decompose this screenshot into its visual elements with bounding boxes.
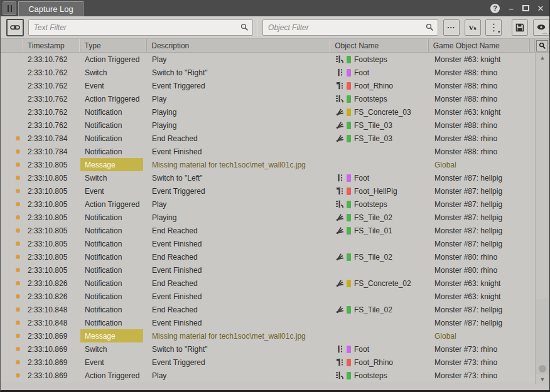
timestamp-cell: 2:33:10.805	[23, 237, 80, 250]
column-header-description[interactable]: Description	[147, 39, 330, 52]
row-marker-cell	[1, 342, 23, 356]
object-name-cell: FS_Tile_01	[332, 224, 430, 237]
type-cell: Notification	[80, 237, 148, 250]
log-row[interactable]: 2:33:10.805NotificationEnd ReachedFS_Til…	[1, 250, 536, 263]
switch-container-icon	[336, 95, 344, 103]
minimize-icon[interactable]: –	[506, 4, 516, 13]
log-row[interactable]: 2:33:10.805Action TriggeredPlayFootsteps…	[1, 198, 536, 211]
vertical-scrollbar[interactable]: ▲ ▼	[535, 53, 549, 384]
object-name-cell: Footsteps	[332, 92, 430, 105]
log-row[interactable]: 2:33:10.805EventEvent TriggeredFoot_Hell…	[1, 184, 536, 198]
timestamp-cell: 2:33:10.805	[23, 263, 80, 277]
row-marker-cell	[1, 290, 23, 303]
more-filters-button[interactable]: ...	[443, 19, 460, 36]
game-object-cell: Monster #87: hellpig	[430, 171, 532, 184]
object-name-label: Foot_Rhino	[354, 358, 393, 367]
text-filter-input[interactable]	[33, 23, 240, 33]
description-cell: Missing material for tech1soc\met_wall01…	[148, 329, 332, 342]
game-object-cell: Monster #87: hellpig	[430, 237, 532, 250]
object-name-label: Foot_HellPig	[354, 187, 397, 196]
timestamp-cell: 2:33:10.762	[23, 92, 80, 105]
type-cell: Event	[80, 79, 148, 92]
close-icon[interactable]: ✕	[536, 4, 546, 13]
column-header-object-name[interactable]: Object Name	[330, 39, 428, 52]
type-cell: Action Triggered	[80, 369, 148, 382]
sound-sfx-icon	[336, 226, 344, 235]
description-cell: Playing	[148, 105, 332, 119]
tab-capture-log[interactable]: Capture Log	[18, 1, 84, 16]
save-log-button[interactable]	[512, 19, 528, 36]
log-row[interactable]: 2:33:10.805NotificationEnd ReachedFS_Til…	[1, 224, 536, 237]
filter-settings-button[interactable]: Vs	[465, 19, 481, 36]
object-name-label: Foot	[354, 174, 369, 183]
log-row[interactable]: 2:33:10.848NotificationEnd ReachedFS_Til…	[1, 303, 536, 316]
object-filter-input[interactable]	[267, 23, 426, 33]
help-icon[interactable]: ?	[490, 4, 500, 13]
new-entry-dot-icon	[16, 202, 20, 206]
new-entry-dot-icon	[16, 162, 20, 167]
column-header-marker[interactable]	[1, 39, 23, 52]
log-row[interactable]: 2:33:10.869Action TriggeredPlayFootsteps…	[1, 369, 536, 382]
header-search-button[interactable]	[535, 39, 549, 52]
log-row[interactable]: 2:33:10.805NotificationPlayingFS_Tile_02…	[1, 211, 536, 224]
voice-color-chip	[347, 82, 351, 90]
log-row[interactable]: 2:33:10.805SwitchSwitch to "Left"FootMon…	[1, 171, 536, 184]
object-name-cell	[332, 263, 430, 277]
log-row[interactable]: 2:33:10.784NotificationEnd ReachedFS_Til…	[1, 132, 536, 145]
maximize-icon[interactable]	[522, 5, 529, 11]
log-row[interactable]: 2:33:10.848NotificationEvent FinishedMon…	[1, 316, 536, 329]
timestamp-cell: 2:33:10.869	[23, 342, 80, 356]
dock-handle-icon[interactable]	[3, 1, 16, 15]
object-name-cell	[332, 145, 430, 158]
log-row[interactable]: 2:33:10.869SwitchSwitch to "Right"FootMo…	[1, 342, 536, 356]
log-row[interactable]: 2:33:10.805NotificationEvent FinishedMon…	[1, 263, 536, 277]
new-entry-dot-icon	[16, 360, 20, 364]
column-header-game-object-name[interactable]: Game Object Name	[429, 39, 530, 52]
column-header-type[interactable]: Type	[80, 39, 148, 52]
log-row[interactable]: 2:33:10.826NotificationEvent FinishedMon…	[1, 290, 536, 303]
link-capture-button[interactable]	[6, 19, 24, 36]
log-row[interactable]: 2:33:10.762SwitchSwitch to "Right"FootMo…	[1, 66, 536, 79]
object-name-label: Footsteps	[354, 95, 387, 103]
ellipsis-icon: ...	[447, 24, 455, 31]
object-name-label: FS_Tile_02	[354, 305, 392, 314]
game-object-cell: Monster #73: rhino	[430, 369, 532, 382]
log-row[interactable]: 2:33:10.762NotificationPlayingFS_Tile_03…	[1, 119, 536, 132]
log-row[interactable]: 2:33:10.826NotificationEnd ReachedFS_Con…	[1, 277, 536, 290]
row-marker-cell	[1, 369, 23, 382]
description-cell: Play	[148, 92, 332, 105]
options-menu-button[interactable]: ⋮ ▾	[485, 19, 502, 36]
type-cell: Switch	[80, 66, 148, 79]
description-cell: Event Finished	[148, 237, 332, 250]
scroll-up-icon[interactable]: ▲	[536, 53, 549, 62]
game-object-cell: Monster #88: rhino	[430, 79, 532, 92]
log-row[interactable]: 2:33:10.762EventEvent TriggeredFoot_Rhin…	[1, 79, 536, 92]
type-cell: Notification	[80, 105, 148, 119]
capture-log-window: Capture Log ? – ✕	[0, 0, 550, 392]
log-row[interactable]: 2:33:10.762NotificationPlayingFS_Concret…	[1, 105, 536, 119]
timestamp-cell: 2:33:10.869	[23, 329, 80, 342]
log-row[interactable]: 2:33:10.762Action TriggeredPlayFootsteps…	[1, 53, 536, 66]
switch-container-icon	[336, 200, 344, 208]
voice-color-chip	[347, 174, 351, 182]
game-object-cell: Monster #88: rhino	[430, 132, 532, 145]
new-entry-dot-icon	[16, 373, 20, 378]
scrollbar-track[interactable]	[536, 62, 549, 374]
log-row[interactable]: 2:33:10.805NotificationEvent FinishedMon…	[1, 237, 536, 250]
voice-color-chip	[347, 214, 351, 221]
log-row[interactable]: 2:33:10.784NotificationEvent FinishedMon…	[1, 145, 536, 158]
game-object-cell: Monster #88: rhino	[430, 145, 532, 158]
timestamp-cell: 2:33:10.826	[23, 290, 80, 303]
log-row[interactable]: 2:33:10.762Action TriggeredPlayFootsteps…	[1, 92, 536, 105]
scroll-down-icon[interactable]: ▼	[536, 374, 549, 384]
log-row[interactable]: 2:33:10.869MessageMissing material for t…	[1, 329, 536, 342]
object-name-cell: FS_Tile_02	[332, 250, 430, 263]
view-options-button[interactable]: …	[533, 19, 549, 36]
log-row[interactable]: 2:33:10.869EventEvent TriggeredFoot_Rhin…	[1, 356, 536, 369]
scrollbar-thumb[interactable]	[536, 299, 549, 374]
game-object-cell: Monster #87: hellpig	[430, 303, 532, 316]
timestamp-cell: 2:33:10.784	[23, 145, 80, 158]
log-row[interactable]: 2:33:10.805MessageMissing material for t…	[1, 158, 536, 171]
column-header-timestamp[interactable]: Timestamp	[23, 39, 80, 52]
type-cell: Notification	[80, 224, 148, 237]
